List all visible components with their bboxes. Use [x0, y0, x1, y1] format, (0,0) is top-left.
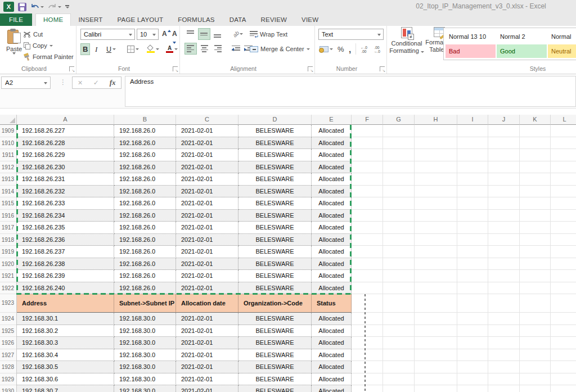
cell-B1921[interactable]: 192.168.26.0	[114, 270, 176, 282]
cell-F1920[interactable]	[352, 258, 383, 271]
cell-B1924[interactable]: 192.168.30.0	[114, 313, 176, 325]
cell-K1911[interactable]	[520, 149, 551, 161]
cell-E1918[interactable]: Allocated	[312, 234, 352, 246]
cell-J1927[interactable]	[488, 349, 520, 362]
column-header-D[interactable]: D	[238, 115, 312, 125]
underline-button[interactable]: U	[104, 43, 118, 55]
cell-L1912[interactable]	[551, 161, 576, 174]
cell-G1930[interactable]	[383, 385, 415, 392]
cell-J1910[interactable]	[488, 137, 520, 150]
cell-H1925[interactable]	[415, 325, 457, 337]
row-header-1918[interactable]: 1918	[0, 234, 17, 246]
accounting-format-button[interactable]	[317, 43, 335, 55]
save-icon[interactable]	[18, 3, 26, 11]
cell-C1919[interactable]: 2021-02-01	[176, 246, 238, 258]
name-box[interactable]: A2	[1, 76, 51, 89]
cell-C1923[interactable]: Allocation date	[176, 294, 238, 313]
cell-L1921[interactable]	[551, 270, 576, 282]
cell-A1928[interactable]: 192.168.30.5	[17, 361, 114, 373]
column-header-K[interactable]: K	[520, 115, 551, 125]
cell-I1911[interactable]	[457, 149, 488, 161]
cell-F1928[interactable]	[352, 361, 383, 373]
cell-I1926[interactable]	[457, 337, 488, 349]
cell-C1911[interactable]: 2021-02-01	[176, 149, 238, 161]
style-normal-13-10[interactable]: Normal 13 10	[446, 30, 496, 43]
cell-K1912[interactable]	[520, 161, 551, 174]
cell-A1918[interactable]: 192.168.26.236	[17, 234, 114, 246]
cell-C1913[interactable]: 2021-02-01	[176, 173, 238, 186]
cell-A1929[interactable]: 192.168.30.6	[17, 373, 114, 386]
cell-J1929[interactable]	[488, 373, 520, 386]
borders-button[interactable]	[125, 43, 141, 55]
cell-F1912[interactable]	[352, 161, 383, 174]
cell-K1910[interactable]	[520, 137, 551, 150]
cell-J1913[interactable]	[488, 173, 520, 186]
cell-D1918[interactable]: BELESWARE	[238, 234, 312, 246]
row-header-1919[interactable]: 1919	[0, 246, 17, 258]
cell-C1916[interactable]: 2021-02-01	[176, 210, 238, 222]
cell-E1920[interactable]: Allocated	[312, 258, 352, 271]
row-header-1923[interactable]: 1923	[0, 294, 17, 313]
cell-B1926[interactable]: 192.168.30.0	[114, 337, 176, 349]
row-header-1927[interactable]: 1927	[0, 349, 17, 362]
cell-H1909[interactable]	[415, 125, 457, 137]
cell-G1916[interactable]	[383, 210, 415, 222]
cell-L1929[interactable]	[551, 373, 576, 386]
cell-J1915[interactable]	[488, 197, 520, 210]
column-header-B[interactable]: B	[114, 115, 176, 125]
cell-D1929[interactable]: BELESWARE	[238, 373, 312, 386]
cell-E1916[interactable]: Allocated	[312, 210, 352, 222]
cell-H1923[interactable]	[415, 294, 457, 313]
cell-E1922[interactable]: Allocated	[312, 282, 352, 295]
cell-J1921[interactable]	[488, 270, 520, 282]
cell-L1925[interactable]	[551, 325, 576, 337]
align-bottom-button[interactable]	[212, 28, 224, 40]
font-size-combo[interactable]: 10	[137, 29, 159, 40]
cell-C1912[interactable]: 2021-02-01	[176, 161, 238, 174]
cell-F1919[interactable]	[352, 246, 383, 258]
cell-G1926[interactable]	[383, 337, 415, 349]
cell-J1911[interactable]	[488, 149, 520, 161]
cell-L1920[interactable]	[551, 258, 576, 271]
cell-G1917[interactable]	[383, 222, 415, 234]
alignment-dialog-launcher[interactable]	[308, 66, 313, 71]
cell-E1924[interactable]: Allocated	[312, 313, 352, 325]
cell-J1920[interactable]	[488, 258, 520, 271]
cell-K1928[interactable]	[520, 361, 551, 373]
cell-B1910[interactable]: 192.168.26.0	[114, 137, 176, 150]
cell-D1926[interactable]: BELESWARE	[238, 337, 312, 349]
column-header-E[interactable]: E	[312, 115, 352, 125]
cell-D1920[interactable]: BELESWARE	[238, 258, 312, 271]
cell-E1921[interactable]: Allocated	[312, 270, 352, 282]
tab-view[interactable]: VIEW	[294, 13, 326, 26]
cell-I1918[interactable]	[457, 234, 488, 246]
cell-J1912[interactable]	[488, 161, 520, 174]
cell-H1918[interactable]	[415, 234, 457, 246]
cell-K1919[interactable]	[520, 246, 551, 258]
cell-H1926[interactable]	[415, 337, 457, 349]
cell-G1910[interactable]	[383, 137, 415, 150]
redo-button[interactable]	[48, 3, 61, 11]
cell-H1921[interactable]	[415, 270, 457, 282]
orientation-button[interactable]: ab	[230, 28, 246, 40]
cell-I1915[interactable]	[457, 197, 488, 210]
cell-H1913[interactable]	[415, 173, 457, 186]
cell-I1916[interactable]	[457, 210, 488, 222]
cell-H1911[interactable]	[415, 149, 457, 161]
cell-J1926[interactable]	[488, 337, 520, 349]
row-header-1916[interactable]: 1916	[0, 210, 17, 222]
cell-J1917[interactable]	[488, 222, 520, 234]
cell-A1922[interactable]: 192.168.26.240	[17, 282, 114, 295]
cell-F1927[interactable]	[352, 349, 383, 362]
decrease-decimal-button[interactable]: .00→.0	[371, 43, 382, 55]
cell-D1919[interactable]: BELESWARE	[238, 246, 312, 258]
grow-font-button[interactable]: A	[162, 30, 171, 38]
cell-G1925[interactable]	[383, 325, 415, 337]
cell-G1909[interactable]	[383, 125, 415, 137]
column-header-F[interactable]: F	[352, 115, 383, 125]
cell-I1927[interactable]	[457, 349, 488, 362]
cell-C1927[interactable]: 2021-02-01	[176, 349, 238, 362]
cell-H1930[interactable]	[415, 385, 457, 392]
cell-F1913[interactable]	[352, 173, 383, 186]
cell-A1910[interactable]: 192.168.26.228	[17, 137, 114, 150]
